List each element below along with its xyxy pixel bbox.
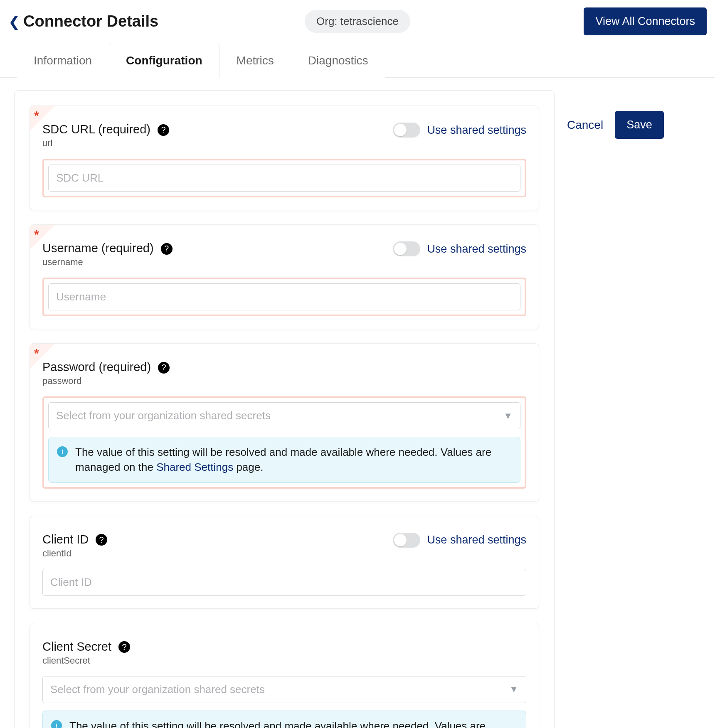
field-card-username: * Username (required) ? username Use sha… xyxy=(30,224,539,329)
username-input[interactable] xyxy=(48,283,520,310)
select-placeholder: Select from your organization shared sec… xyxy=(56,409,271,422)
required-star-icon: * xyxy=(34,227,39,241)
use-shared-toggle[interactable] xyxy=(393,533,420,548)
field-slug: url xyxy=(42,138,169,149)
field-slug: clientId xyxy=(42,548,107,559)
help-icon[interactable]: ? xyxy=(118,641,130,653)
cancel-link[interactable]: Cancel xyxy=(567,118,603,132)
field-slug: username xyxy=(42,257,173,268)
required-corner xyxy=(30,106,55,131)
use-shared-label: Use shared settings xyxy=(427,243,526,256)
info-icon: i xyxy=(51,720,62,728)
save-button[interactable]: Save xyxy=(615,111,664,139)
use-shared-toggle[interactable] xyxy=(393,123,420,138)
field-card-sdc-url: * SDC URL (required) ? url Use shared se… xyxy=(30,106,539,210)
page-title: Connector Details xyxy=(23,12,158,30)
info-text: The value of this setting will be resolv… xyxy=(75,445,512,475)
info-text-pre: The value of this setting will be resolv… xyxy=(69,720,486,728)
tab-configuration[interactable]: Configuration xyxy=(109,44,219,78)
info-text-pre: The value of this setting will be resolv… xyxy=(75,446,491,473)
info-text-post: page. xyxy=(233,461,263,473)
use-shared-label: Use shared settings xyxy=(427,124,526,137)
use-shared-toggle[interactable] xyxy=(393,241,420,256)
info-text: The value of this setting will be resolv… xyxy=(69,718,518,728)
input-error-border xyxy=(42,159,526,197)
required-corner xyxy=(30,344,55,369)
help-icon[interactable]: ? xyxy=(158,124,169,136)
chevron-down-icon: ▼ xyxy=(509,684,518,695)
help-icon[interactable]: ? xyxy=(96,534,107,546)
field-label: Client ID xyxy=(42,533,89,546)
back-chevron-icon[interactable]: ❮ xyxy=(8,15,20,29)
use-shared-label: Use shared settings xyxy=(427,534,526,546)
form-actions: Cancel Save xyxy=(567,90,664,139)
select-placeholder: Select from your organization shared sec… xyxy=(50,683,265,696)
help-icon[interactable]: ? xyxy=(161,243,173,255)
org-badge: Org: tetrascience xyxy=(305,10,410,33)
field-card-client-secret: Client Secret ? clientSecret Select from… xyxy=(30,623,539,728)
tab-information[interactable]: Information xyxy=(17,44,109,78)
tab-metrics[interactable]: Metrics xyxy=(219,44,291,78)
help-icon[interactable]: ? xyxy=(158,362,170,374)
password-secret-select[interactable]: Select from your organization shared sec… xyxy=(48,402,520,429)
field-label: Password (required) xyxy=(42,360,151,374)
chevron-down-icon: ▼ xyxy=(503,411,513,421)
info-banner: i The value of this setting will be reso… xyxy=(42,711,526,728)
config-form-panel: * SDC URL (required) ? url Use shared se… xyxy=(14,90,555,728)
tabs: Information Configuration Metrics Diagno… xyxy=(0,43,715,78)
field-label: Client Secret xyxy=(42,640,111,654)
tab-diagnostics[interactable]: Diagnostics xyxy=(291,44,385,78)
shared-settings-link[interactable]: Shared Settings xyxy=(156,461,233,473)
sdc-url-input[interactable] xyxy=(48,165,520,192)
field-label: Username (required) xyxy=(42,241,154,255)
field-slug: clientSecret xyxy=(42,655,130,666)
info-icon: i xyxy=(57,446,68,457)
field-card-client-id: Client ID ? clientId Use shared settings xyxy=(30,516,539,609)
field-card-password: * Password (required) ? password Select … xyxy=(30,343,539,502)
required-corner xyxy=(30,225,55,250)
input-error-border: Select from your organization shared sec… xyxy=(42,396,526,489)
input-error-border xyxy=(42,278,526,316)
info-banner: i The value of this setting will be reso… xyxy=(48,437,520,483)
field-label: SDC URL (required) xyxy=(42,123,150,136)
required-star-icon: * xyxy=(34,108,39,123)
client-id-input[interactable] xyxy=(42,569,526,596)
client-secret-select[interactable]: Select from your organization shared sec… xyxy=(42,676,526,703)
field-slug: password xyxy=(42,376,170,386)
view-all-connectors-button[interactable]: View All Connectors xyxy=(584,7,707,35)
page-header: ❮ Connector Details Org: tetrascience Vi… xyxy=(0,0,715,43)
required-star-icon: * xyxy=(34,346,39,360)
